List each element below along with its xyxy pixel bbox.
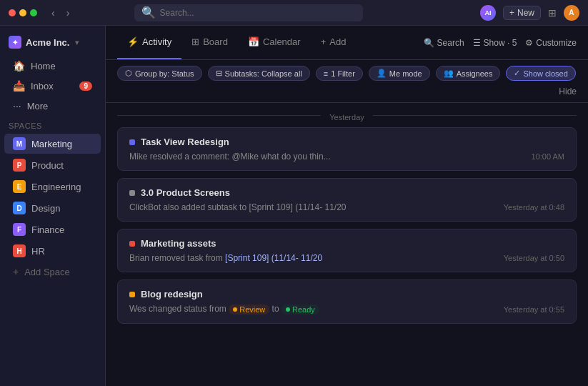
task-title: Blog redesign [141,289,203,300]
activity-pre: Brian removed task from [129,253,225,263]
activity-link[interactable]: [Sprint 109] (11/14- 11/20 [225,253,322,263]
status-dot-review [233,307,237,312]
sidebar-item-inbox[interactable]: 📥 Inbox 9 [4,76,101,95]
filter-assignees[interactable]: 👥 Assignees [436,66,501,81]
search-button[interactable]: 🔍 Search [424,38,464,48]
activity-item-marketing-assets: Marketing assets Brian removed task from… [117,229,577,272]
home-icon: 🏠 [13,60,25,71]
filter-label: Assignees [457,69,493,78]
search-icon: 🔍 [424,38,434,48]
main-layout: ✦ Acme Inc. ▾ 🏠 Home 📥 Inbox 9 ··· More … [0,26,588,386]
space-label: Product [31,160,64,171]
activity-time: 10:00 AM [532,152,564,161]
status-to-label: Ready [292,305,315,314]
topbar: ‹ › 🔍 AI + New ⊞ A [0,0,588,26]
sidebar-item-marketing[interactable]: M Marketing [4,134,101,154]
task-title: 3.0 Product Screens [141,187,230,198]
activity-detail: Mike resolved a comment: @Mike what do y… [129,152,564,162]
settings-icon: ⚙ [525,38,533,48]
group-icon: ⬡ [125,69,132,78]
ai-badge[interactable]: AI [480,5,496,21]
tab-activity[interactable]: ⚡ Activity [117,26,181,59]
back-button[interactable]: ‹ [49,6,58,20]
new-button[interactable]: + New [503,6,541,20]
status-dot-ready [286,307,290,312]
show-icon: ☰ [473,38,481,48]
sidebar-item-finance[interactable]: F Finance [4,219,101,239]
status-to: Ready [281,305,319,315]
space-label: Engineering [31,182,81,192]
sidebar-item-home[interactable]: 🏠 Home [4,56,101,75]
filter-icon: ≡ [324,69,328,78]
space-icon-marketing: M [13,137,26,150]
board-icon: ⊞ [191,36,199,47]
sidebar-item-product[interactable]: P Product [4,155,101,175]
filter-label: Subtasks: Collapse all [225,69,302,78]
filter-show-closed[interactable]: ✓ Show closed [506,66,575,81]
filter-me-mode[interactable]: 👤 Me mode [369,66,430,81]
brand[interactable]: ✦ Acme Inc. ▾ [0,31,105,56]
spaces-section-label: Spaces [0,116,105,133]
space-icon-hr: H [13,244,26,257]
check-icon: ✓ [514,69,520,78]
activity-time: Yesterday at 0:55 [504,305,564,314]
activity-pre: Wes changed status from [129,304,229,314]
activity-detail: Brian removed task from [Sprint 109] (11… [129,253,564,263]
brand-name: Acme Inc. [26,37,69,48]
sidebar-item-more[interactable]: ··· More [4,96,101,115]
activity-item-product-screens: 3.0 Product Screens ClickBot also added … [117,178,577,222]
space-icon-finance: F [13,223,26,236]
tab-board[interactable]: ⊞ Board [181,26,238,59]
sidebar-item-hr[interactable]: H HR [4,241,101,261]
activity-icon: ⚡ [127,36,139,47]
avatar[interactable]: A [564,5,579,21]
space-icon-product: P [13,159,26,172]
calendar-icon: 📅 [248,36,259,47]
activity-item-header: Task View Redesign [129,137,564,147]
content-header: ⚡ Activity ⊞ Board 📅 Calendar + Add 🔍 Se… [106,26,588,60]
customize-button[interactable]: ⚙ Customize [525,38,577,48]
maximize-dot[interactable] [30,9,37,16]
sidebar-item-engineering[interactable]: E Engineering [4,177,101,197]
space-label: Marketing [31,139,72,149]
forward-button[interactable]: › [64,6,73,20]
task-color-dot [129,292,135,297]
activity-feed: Yesterday Task View Redesign Mike resolv… [106,103,588,386]
activity-time: Yesterday at 0:48 [504,203,564,212]
show-button[interactable]: ☰ Show · 5 [473,38,517,48]
new-label: New [517,8,534,18]
search-label: Search [437,38,464,48]
search-input[interactable] [160,8,356,18]
close-dot[interactable] [9,9,16,16]
sidebar-item-label: Home [31,61,56,71]
date-divider-text: Yesterday [321,113,373,122]
minimize-dot[interactable] [19,9,26,16]
space-label: Design [31,203,60,214]
tab-add[interactable]: + Add [311,26,357,59]
activity-item-header: Marketing assets [129,238,564,249]
customize-label: Customize [536,38,577,48]
activity-text: Brian removed task from [Sprint 109] (11… [129,253,495,263]
task-title: Marketing assets [141,238,216,249]
tab-calendar[interactable]: 📅 Calendar [238,26,311,59]
task-color-dot [129,139,135,145]
filter-subtasks[interactable]: ⊟ Subtasks: Collapse all [208,66,310,81]
filter-group-by[interactable]: ⬡ Group by: Status [117,66,202,81]
grid-icon[interactable]: ⊞ [548,7,557,19]
filter-label: Group by: Status [135,69,194,78]
activity-detail: Wes changed status from Review to Ready … [129,304,564,315]
filter-count[interactable]: ≡ 1 Filter [316,66,363,81]
tab-label: Calendar [263,36,301,47]
inbox-icon: 📥 [13,80,25,91]
topbar-nav: ‹ › [49,6,72,20]
search-bar[interactable]: 🔍 [134,4,363,21]
hide-button[interactable]: Hide [559,86,577,96]
activity-item-task-view-redesign: Task View Redesign Mike resolved a comme… [117,127,577,171]
plus-icon: + [509,8,514,18]
sidebar-item-design[interactable]: D Design [4,198,101,218]
activity-detail: ClickBot also added subtask to [Sprint 1… [129,202,564,212]
tab-label: Add [329,36,346,47]
add-space-button[interactable]: + Add Space [4,262,101,281]
assignees-icon: 👥 [444,69,454,78]
header-actions: 🔍 Search ☰ Show · 5 ⚙ Customize [424,38,577,48]
